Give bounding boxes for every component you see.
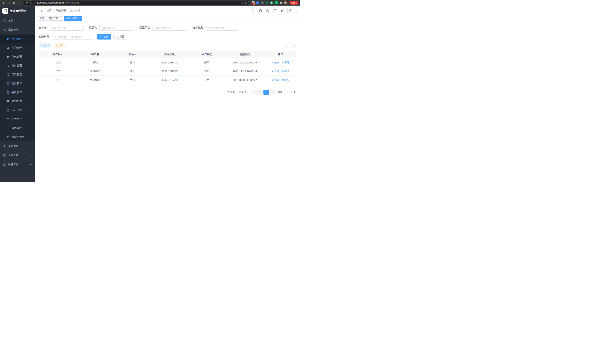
table-row: 108 测试 测试 15601691300 关闭 2021-12-14 21:0… (39, 58, 296, 67)
sidebar-item-label: 错误码管理 (11, 135, 25, 139)
extensions-puzzle-icon[interactable] (279, 1, 282, 4)
sidebar-item-dev-tools[interactable]: 研发工具 (0, 160, 35, 169)
col-header-name: 租户名 (76, 51, 114, 58)
update-button[interactable]: 更新 (290, 1, 299, 5)
profile-avatar-icon[interactable] (284, 1, 287, 4)
font-size-icon[interactable] (280, 9, 284, 13)
reset-button[interactable]: 重置 (113, 34, 127, 39)
tab-label: 租户管理 (68, 17, 77, 20)
sidebar-item-sms[interactable]: 短信管理 (0, 123, 35, 132)
browser-menu-icon[interactable] (297, 2, 297, 4)
breadcrumb-item[interactable]: 首页 (46, 9, 52, 12)
chevron-down-icon (30, 154, 32, 156)
sidebar-item-label: 用户管理 (11, 46, 22, 49)
page-size-select[interactable]: 10条/页 (237, 90, 254, 95)
add-button[interactable]: 新增 (39, 43, 51, 48)
sidebar-item-role[interactable]: 角色管理 (0, 52, 35, 61)
sidebar-item-menu[interactable]: 菜单管理 (0, 61, 35, 70)
bookmark-star-icon[interactable] (244, 2, 247, 4)
date-range-picker[interactable]: 开始日期 - 结束日期 (52, 34, 95, 39)
chevron-down-icon (30, 145, 32, 147)
tenant-name-label: 租户名 (39, 26, 47, 29)
cell-phone: 15601691300 (151, 67, 188, 75)
book-icon (7, 91, 9, 94)
sidebar-item-system[interactable]: 系统管理 (0, 25, 35, 35)
edit-link[interactable]: 修改 (272, 78, 279, 82)
tab-tenant[interactable]: 租户管理 (64, 16, 82, 21)
delete-link[interactable]: 删除 (282, 70, 290, 73)
edit-link[interactable]: 修改 (272, 70, 279, 73)
logo[interactable]: 芋道管理系统 (0, 6, 35, 16)
extension-icon[interactable] (270, 1, 273, 4)
status-select[interactable]: 请选择租户状态 (205, 25, 239, 31)
sidebar-item-audit-log[interactable]: 审计日志 (0, 106, 35, 115)
extension-icon[interactable] (256, 1, 259, 4)
table-row: 107 测试租户 秃头 15601691300 关闭 2021-12-14 20… (39, 67, 296, 75)
goto-label: 前往 (278, 91, 282, 94)
export-button[interactable]: 导出 (53, 43, 65, 48)
extension-icon[interactable] (261, 1, 264, 4)
cell-id: 107 (39, 67, 76, 75)
edit-link[interactable]: 修改 (272, 61, 279, 64)
tenant-table: 租户编号 租户名 联系人 联系手机 租户状态 创建时间 操作 108 测试 测试 (39, 51, 296, 84)
search-icon (100, 36, 103, 38)
address-bar[interactable]: 不安全 dashboard.yudao.iocoder.cn/system/te… (23, 1, 249, 5)
sidebar-item-home[interactable]: 首页 (0, 16, 35, 25)
share-icon[interactable] (240, 2, 243, 4)
extension-icon[interactable] (265, 1, 268, 4)
menu-fold-icon[interactable] (38, 8, 44, 14)
sidebar-item-notice[interactable]: 通知公告 (0, 97, 35, 106)
delete-link[interactable]: 删除 (282, 78, 290, 82)
tab-home[interactable]: 首页 (38, 16, 46, 21)
phone-input[interactable] (152, 25, 187, 31)
extension-icon[interactable] (275, 1, 278, 4)
cell-status: 开启 (188, 75, 225, 84)
tab-dept[interactable]: 部门管理 (47, 16, 63, 21)
chevron-left-icon (258, 91, 260, 93)
cell-contact: 芋艿 (114, 75, 151, 84)
cell-id: 108 (39, 58, 76, 67)
github-icon[interactable] (258, 9, 262, 13)
user-menu[interactable] (287, 8, 297, 13)
delete-icon (282, 79, 284, 81)
toggle-search-button[interactable] (284, 43, 289, 48)
prev-page-button[interactable] (256, 90, 262, 95)
tenant-name-input[interactable] (49, 25, 84, 31)
sidebar-item-dept[interactable]: 部门管理 (0, 70, 35, 79)
back-icon[interactable] (1, 0, 6, 5)
contact-input[interactable] (99, 25, 134, 31)
sidebar-item-error-code[interactable]: </> 错误码管理 (0, 132, 35, 141)
breadcrumb-item-current: 租户管理 (70, 9, 81, 12)
page-number-button[interactable]: 1 (263, 90, 269, 95)
refresh-table-button[interactable] (291, 43, 296, 48)
sidebar-item-infrastructure[interactable]: 基础设施 (0, 151, 35, 160)
search-button[interactable]: 搜索 (97, 34, 111, 39)
sidebar-item-online-users[interactable]: 在线用户 (0, 115, 35, 123)
contact-label: 联系人 (89, 26, 97, 29)
close-icon[interactable] (78, 18, 80, 20)
sidebar-item-label: 角色管理 (11, 55, 22, 58)
forward-icon[interactable] (7, 0, 11, 5)
cell-name: 测试租户 (76, 67, 114, 75)
search-icon[interactable] (251, 9, 255, 13)
goto-page-input[interactable] (284, 90, 292, 95)
next-page-button[interactable] (271, 90, 276, 95)
sidebar-item-dict[interactable]: 字典管理 (0, 88, 35, 97)
sidebar-item-payment[interactable]: ¥ 支付管理 (0, 141, 35, 151)
sidebar-item-tenant[interactable]: 租户管理 (0, 35, 35, 43)
extension-icon[interactable]: 10 (252, 1, 254, 4)
sidebar-item-post[interactable]: 岗位管理 (0, 79, 35, 88)
close-icon[interactable] (59, 18, 61, 20)
home-icon[interactable] (17, 0, 21, 5)
col-header-status: 租户状态 (188, 51, 225, 58)
help-icon[interactable] (266, 9, 269, 13)
breadcrumb-separator: / (53, 9, 54, 12)
sidebar-item-user[interactable]: 用户管理 (0, 43, 35, 52)
reload-icon[interactable] (12, 0, 16, 5)
cell-phone: 15601691300 (151, 58, 188, 67)
breadcrumb-item[interactable]: 系统管理 (56, 9, 66, 12)
delete-link[interactable]: 删除 (282, 61, 290, 64)
url-path: /system/tenant (66, 1, 80, 4)
fullscreen-icon[interactable] (273, 9, 277, 13)
browser-chrome: 不安全 dashboard.yudao.iocoder.cn/system/te… (0, 0, 300, 6)
